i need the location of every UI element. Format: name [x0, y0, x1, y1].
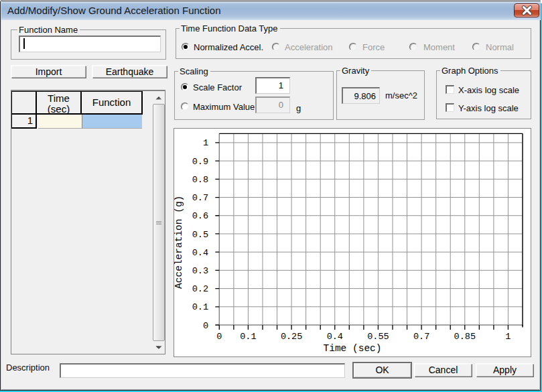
svg-text:0.85: 0.85 [454, 332, 476, 342]
svg-text:0.4: 0.4 [327, 332, 343, 342]
svg-text:0: 0 [216, 332, 222, 342]
svg-text:0.9: 0.9 [192, 157, 208, 167]
svg-text:0.1: 0.1 [192, 302, 208, 312]
svg-text:1: 1 [203, 138, 208, 148]
svg-text:Time (sec): Time (sec) [323, 343, 381, 354]
svg-text:0.4: 0.4 [192, 248, 208, 258]
svg-text:0.25: 0.25 [281, 332, 302, 342]
svg-text:0.8: 0.8 [192, 175, 208, 185]
svg-text:0.7: 0.7 [413, 332, 429, 342]
svg-text:0.7: 0.7 [192, 193, 208, 203]
svg-text:Acceleration (g): Acceleration (g) [174, 196, 184, 289]
svg-text:0.3: 0.3 [192, 266, 208, 276]
svg-text:1: 1 [505, 332, 511, 342]
svg-text:0: 0 [203, 321, 208, 331]
svg-text:0.5: 0.5 [192, 230, 208, 240]
svg-text:0.6: 0.6 [192, 211, 208, 221]
svg-text:0.2: 0.2 [192, 284, 208, 294]
svg-text:0.1: 0.1 [240, 332, 256, 342]
svg-text:0.55: 0.55 [367, 332, 389, 342]
